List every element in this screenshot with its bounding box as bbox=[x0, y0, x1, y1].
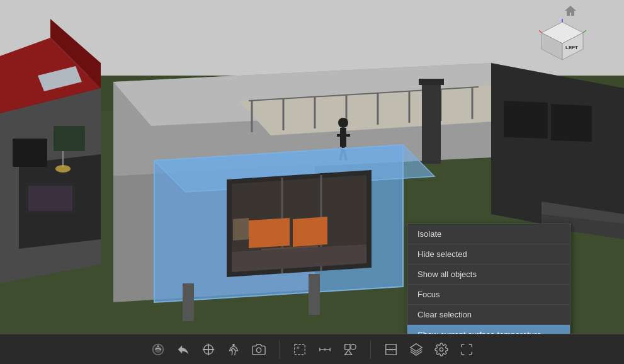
svg-line-57 bbox=[539, 30, 542, 33]
svg-marker-71 bbox=[344, 350, 351, 354]
svg-marker-39 bbox=[233, 218, 249, 241]
context-menu-item-clear-selection[interactable]: Clear selection bbox=[407, 305, 570, 325]
svg-point-22 bbox=[338, 118, 348, 128]
svg-point-63 bbox=[256, 348, 261, 352]
box-select-tool-button[interactable] bbox=[287, 337, 312, 362]
fullscreen-tool-button[interactable] bbox=[454, 337, 479, 362]
home-button[interactable] bbox=[564, 5, 577, 20]
svg-rect-27 bbox=[422, 82, 441, 164]
context-menu-item-focus[interactable]: Focus bbox=[407, 285, 570, 305]
pan-tool-button[interactable] bbox=[171, 337, 196, 362]
measure-tool-button[interactable] bbox=[312, 337, 338, 362]
toolbar-divider-2 bbox=[370, 340, 371, 359]
context-menu-item-show-surface-temp[interactable]: Show current surface temperature bbox=[407, 325, 570, 334]
svg-marker-35 bbox=[249, 218, 290, 248]
svg-point-60 bbox=[157, 345, 159, 347]
svg-marker-44 bbox=[504, 101, 548, 139]
svg-rect-28 bbox=[419, 79, 444, 85]
svg-rect-50 bbox=[28, 186, 72, 211]
toolbar bbox=[0, 334, 624, 364]
context-menu-item-hide-selected[interactable]: Hide selected bbox=[407, 244, 570, 264]
toolbar-view-group bbox=[373, 337, 484, 362]
svg-marker-74 bbox=[410, 343, 421, 351]
svg-point-75 bbox=[440, 348, 443, 351]
svg-line-58 bbox=[583, 30, 586, 33]
toolbar-selection-group bbox=[282, 337, 368, 362]
svg-rect-7 bbox=[54, 126, 85, 151]
walk-tool-button[interactable] bbox=[221, 337, 246, 362]
settings-tool-button[interactable] bbox=[429, 337, 454, 362]
orientation-cube[interactable]: LEFT bbox=[539, 19, 586, 66]
svg-point-70 bbox=[350, 344, 355, 349]
svg-marker-36 bbox=[293, 217, 327, 247]
svg-rect-42 bbox=[309, 274, 320, 315]
layers-tool-button[interactable] bbox=[404, 337, 429, 362]
viewport[interactable]: LEFT Isolate Hide selected Show all obje… bbox=[0, 0, 624, 334]
svg-rect-23 bbox=[340, 128, 346, 147]
orbit-tool-button[interactable] bbox=[145, 337, 171, 362]
section-tool-button[interactable] bbox=[378, 337, 404, 362]
svg-rect-41 bbox=[183, 283, 194, 321]
zoom-tool-button[interactable] bbox=[196, 337, 221, 362]
svg-rect-69 bbox=[344, 344, 349, 349]
toolbar-divider-1 bbox=[279, 340, 280, 359]
toolbar-navigation-group bbox=[140, 337, 276, 362]
context-menu-item-isolate[interactable]: Isolate bbox=[407, 224, 570, 244]
context-menu: Isolate Hide selected Show all objects F… bbox=[407, 224, 570, 334]
camera-tool-button[interactable] bbox=[246, 337, 271, 362]
context-menu-item-show-all-objects[interactable]: Show all objects bbox=[407, 264, 570, 285]
svg-point-52 bbox=[55, 165, 71, 173]
svg-text:LEFT: LEFT bbox=[565, 45, 578, 50]
shapes-tool-button[interactable] bbox=[338, 337, 363, 362]
svg-marker-45 bbox=[551, 104, 592, 142]
svg-rect-64 bbox=[294, 344, 305, 355]
